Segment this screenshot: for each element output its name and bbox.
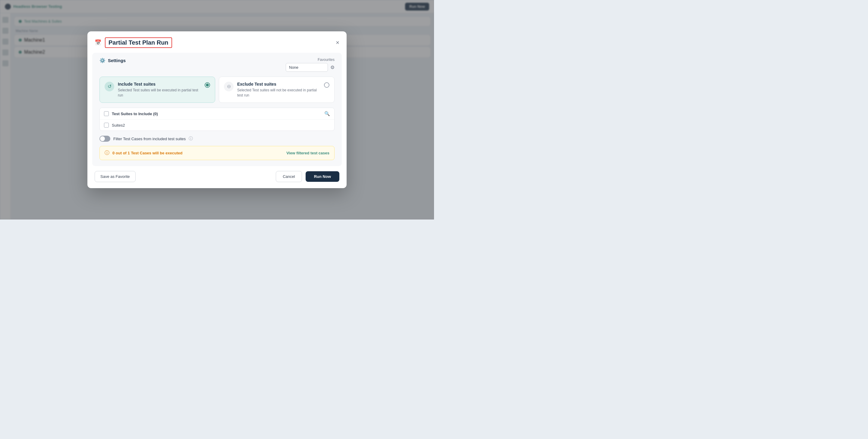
view-filtered-link[interactable]: View filtered test cases bbox=[286, 151, 330, 155]
suites-panel: Test Suites to Include (0) 🔍 Suites2 bbox=[99, 108, 335, 131]
settings-gear-icon: ⚙️ bbox=[99, 58, 105, 63]
info-icon: ⓘ bbox=[189, 136, 193, 141]
exclude-test-suites-card[interactable]: ⊖ Exclude Test suites Selected Test suit… bbox=[219, 77, 335, 103]
exclude-card-description: Selected Test suites will not be execute… bbox=[237, 88, 320, 98]
suites-search-icon[interactable]: 🔍 bbox=[324, 111, 330, 116]
modal-title: Partial Test Plan Run bbox=[108, 39, 168, 46]
suite-checkbox-1[interactable] bbox=[104, 123, 109, 127]
options-row: ↺ Include Test suites Selected Test suit… bbox=[99, 77, 335, 103]
filter-label: Filter Test Cases from included test sui… bbox=[113, 137, 186, 141]
modal-body: ⚙️ Settings Favourites NoneFavorite 1Fav… bbox=[92, 53, 342, 167]
filter-row: Filter Test Cases from included test sui… bbox=[99, 136, 335, 142]
toggle-knob bbox=[100, 136, 105, 141]
exclude-radio[interactable] bbox=[324, 82, 330, 88]
include-card-title: Include Test suites bbox=[118, 82, 201, 87]
settings-left: ⚙️ Settings bbox=[99, 58, 126, 63]
exclude-icon: ⊖ bbox=[224, 82, 234, 91]
table-row: Suites2 bbox=[100, 120, 334, 130]
warning-banner: ⓘ 0 out of 1 Test Cases will be executed… bbox=[99, 146, 335, 160]
suite-name-1: Suites2 bbox=[112, 123, 125, 127]
include-card-text: Include Test suites Selected Test suites… bbox=[118, 82, 201, 98]
modal-calendar-icon: 📅 bbox=[95, 39, 101, 46]
select-all-checkbox[interactable] bbox=[104, 111, 109, 116]
include-radio[interactable] bbox=[205, 82, 210, 88]
suites-header-label: Test Suites to Include (0) bbox=[112, 112, 321, 116]
modal-title-box: Partial Test Plan Run bbox=[105, 37, 172, 48]
warning-text: 0 out of 1 Test Cases will be executed bbox=[113, 151, 283, 155]
suites-header: Test Suites to Include (0) 🔍 bbox=[100, 108, 334, 120]
modal-close-button[interactable]: × bbox=[336, 39, 339, 46]
include-test-suites-card[interactable]: ↺ Include Test suites Selected Test suit… bbox=[99, 77, 215, 103]
save-as-favorite-button[interactable]: Save as Favorite bbox=[95, 171, 135, 182]
include-icon: ↺ bbox=[104, 82, 114, 91]
include-card-description: Selected Test suites will be executed in… bbox=[118, 88, 201, 98]
run-now-button[interactable]: Run Now bbox=[306, 171, 339, 182]
exclude-card-title: Exclude Test suites bbox=[237, 82, 320, 87]
modal-header: 📅 Partial Test Plan Run × bbox=[87, 31, 347, 53]
cancel-button[interactable]: Cancel bbox=[276, 171, 302, 182]
favorites-label: Favourites bbox=[318, 58, 335, 62]
partial-test-plan-run-modal: 📅 Partial Test Plan Run × ⚙️ Settings Fa… bbox=[87, 31, 347, 188]
favorites-select[interactable]: NoneFavorite 1Favorite 2 bbox=[286, 63, 328, 72]
modal-overlay: 📅 Partial Test Plan Run × ⚙️ Settings Fa… bbox=[0, 0, 434, 220]
settings-row: ⚙️ Settings Favourites NoneFavorite 1Fav… bbox=[99, 58, 335, 72]
modal-footer: Save as Favorite Cancel Run Now bbox=[87, 166, 347, 188]
favorites-row: NoneFavorite 1Favorite 2 ⚙ bbox=[286, 63, 335, 72]
favorites-gear-icon[interactable]: ⚙ bbox=[330, 64, 335, 70]
filter-toggle[interactable] bbox=[99, 136, 110, 142]
warning-icon: ⓘ bbox=[104, 150, 110, 156]
exclude-card-text: Exclude Test suites Selected Test suites… bbox=[237, 82, 320, 98]
settings-label: Settings bbox=[108, 58, 126, 63]
favorites-section: Favourites NoneFavorite 1Favorite 2 ⚙ bbox=[286, 58, 335, 72]
